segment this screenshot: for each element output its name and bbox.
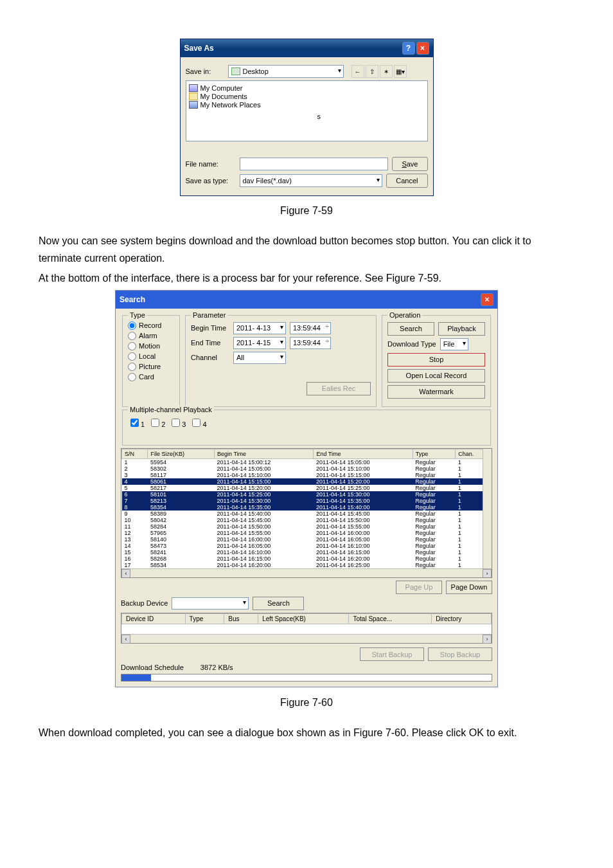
list-item[interactable]: My Network Places bbox=[189, 101, 425, 109]
ch-2[interactable]: 2 bbox=[148, 417, 165, 429]
saveastype-label: Save as type: bbox=[186, 177, 236, 185]
channel-select[interactable]: All bbox=[233, 352, 286, 364]
type-local[interactable]: Local bbox=[128, 352, 174, 361]
type-legend: Type bbox=[128, 311, 147, 319]
type-alarm[interactable]: Alarm bbox=[128, 332, 174, 340]
dltype-select[interactable]: File bbox=[440, 338, 468, 350]
endtime-label: End Time bbox=[191, 339, 229, 347]
records-table-wrap: S/N File Size(KB) Begin Time End Time Ty… bbox=[121, 448, 492, 578]
search-titlebar: Search × bbox=[116, 291, 497, 309]
stop-button[interactable]: Stop bbox=[387, 353, 485, 366]
table-row[interactable]: 10580422011-04-14 15:45:002011-04-14 15:… bbox=[122, 517, 492, 523]
table-row[interactable]: 11582842011-04-14 15:50:002011-04-14 15:… bbox=[122, 523, 492, 530]
savein-value: Desktop bbox=[243, 68, 269, 75]
col-end[interactable]: End Time bbox=[314, 449, 413, 458]
begin-time[interactable]: 13:59:44 bbox=[290, 322, 331, 334]
device-table[interactable]: Device ID Type Bus Left Space(KB) Total … bbox=[121, 613, 492, 635]
devcol-total[interactable]: Total Space... bbox=[349, 613, 432, 624]
backup-search-button[interactable]: Search bbox=[253, 597, 304, 610]
end-time[interactable]: 13:59:44 bbox=[290, 337, 331, 349]
start-backup-button: Start Backup bbox=[360, 647, 424, 661]
vertical-scrollbar[interactable] bbox=[483, 449, 492, 568]
ch-1[interactable]: 1 bbox=[128, 417, 145, 429]
save-button[interactable]: SSaveave bbox=[392, 157, 427, 171]
begintime-label: Begin Time bbox=[191, 324, 229, 332]
view-icon[interactable]: ▦▾ bbox=[394, 65, 407, 78]
newfolder-icon[interactable]: ✶ bbox=[380, 65, 393, 78]
table-row[interactable]: 14584732011-04-14 16:05:002011-04-14 16:… bbox=[122, 543, 492, 549]
cancel-button[interactable]: Cancel bbox=[386, 174, 427, 188]
backup-device-select[interactable] bbox=[172, 597, 249, 610]
table-row[interactable]: 9583892011-04-14 15:40:002011-04-14 15:4… bbox=[122, 511, 492, 517]
type-record[interactable]: Record bbox=[128, 321, 174, 330]
devcol-bus[interactable]: Bus bbox=[224, 613, 258, 624]
desktop-icon bbox=[231, 68, 240, 75]
progress-bar bbox=[121, 674, 492, 682]
ch-4[interactable]: 4 bbox=[190, 417, 206, 429]
watermark-button[interactable]: Watermark bbox=[387, 385, 485, 399]
body-text-2: At the bottom of the interface, there is… bbox=[39, 269, 574, 287]
table-row[interactable]: 3581172011-04-14 15:10:002011-04-14 15:1… bbox=[122, 472, 492, 478]
search-button[interactable]: Search bbox=[387, 322, 434, 336]
ch-3[interactable]: 3 bbox=[169, 417, 186, 429]
operation-legend: Operation bbox=[387, 311, 422, 319]
type-card[interactable]: Card bbox=[128, 373, 174, 381]
begin-date[interactable]: 2011- 4-13 bbox=[233, 322, 286, 334]
saveastype-dropdown[interactable]: dav Files(*.dav) bbox=[240, 174, 383, 187]
scroll-right-icon[interactable]: › bbox=[483, 635, 492, 644]
devcol-left[interactable]: Left Space(KB) bbox=[258, 613, 349, 624]
savein-dropdown[interactable]: Desktop bbox=[228, 65, 344, 78]
table-row[interactable]: 17585342011-04-14 16:20:002011-04-14 16:… bbox=[122, 562, 492, 568]
back-icon[interactable]: ← bbox=[351, 65, 364, 78]
list-item[interactable]: My Documents bbox=[189, 93, 425, 100]
ealies-rec-button: Ealies Rec bbox=[306, 382, 371, 395]
scroll-left-icon[interactable]: ‹ bbox=[121, 635, 130, 644]
devcol-id[interactable]: Device ID bbox=[122, 613, 186, 624]
playback-button[interactable]: Playback bbox=[438, 322, 485, 336]
devcol-dir[interactable]: Directory bbox=[432, 613, 492, 624]
close-icon[interactable]: × bbox=[481, 293, 493, 306]
table-row[interactable]: 5582172011-04-14 15:20:002011-04-14 15:2… bbox=[122, 485, 492, 491]
table-row[interactable]: 1559542011-04-14 15:00:122011-04-14 15:0… bbox=[122, 458, 492, 466]
saveas-titlebar: Save As ? × bbox=[181, 39, 433, 57]
filename-label: File name: bbox=[186, 160, 236, 168]
table-row[interactable]: 13581402011-04-14 16:00:002011-04-14 16:… bbox=[122, 536, 492, 543]
body-text-1: Now you can see system begins download a… bbox=[39, 232, 574, 267]
table-row[interactable]: 7582132011-04-14 15:30:002011-04-14 15:3… bbox=[122, 498, 492, 504]
table-row[interactable]: 4580612011-04-14 15:15:002011-04-14 15:2… bbox=[122, 478, 492, 485]
table-row[interactable]: 12579652011-04-14 15:55:002011-04-14 16:… bbox=[122, 530, 492, 536]
up-icon[interactable]: ⇧ bbox=[366, 65, 378, 78]
savein-label: Save in: bbox=[186, 68, 224, 75]
computer-icon bbox=[189, 84, 198, 92]
help-icon[interactable]: ? bbox=[402, 42, 415, 55]
col-size[interactable]: File Size(KB) bbox=[148, 449, 215, 458]
col-type[interactable]: Type bbox=[413, 449, 456, 458]
table-row[interactable]: 6581012011-04-14 15:25:002011-04-14 15:3… bbox=[122, 491, 492, 498]
table-row[interactable]: 15582412011-04-14 16:10:002011-04-14 16:… bbox=[122, 549, 492, 556]
open-local-record-button[interactable]: Open Local Record bbox=[387, 369, 485, 383]
file-list[interactable]: My Computer My Documents My Network Plac… bbox=[186, 80, 428, 141]
close-icon[interactable]: × bbox=[416, 42, 429, 55]
filename-input[interactable] bbox=[240, 158, 389, 170]
devcol-type[interactable]: Type bbox=[185, 613, 224, 624]
pagedown-button[interactable]: Page Down bbox=[446, 581, 492, 594]
dltype-label: Download Type bbox=[387, 340, 436, 348]
device-hscroll[interactable]: ‹ › bbox=[121, 634, 492, 643]
end-date[interactable]: 2011- 4-15 bbox=[233, 337, 286, 349]
table-row[interactable]: 8583542011-04-14 15:35:002011-04-14 15:4… bbox=[122, 504, 492, 511]
table-row[interactable]: 2583022011-04-14 15:05:002011-04-14 15:1… bbox=[122, 466, 492, 472]
col-sn[interactable]: S/N bbox=[122, 449, 148, 458]
folder-icon bbox=[189, 93, 198, 100]
channel-label: Channel bbox=[191, 354, 229, 361]
type-picture[interactable]: Picture bbox=[128, 363, 174, 371]
search-title: Search bbox=[120, 295, 145, 304]
figure-caption-59: Figure 7-59 bbox=[39, 205, 574, 217]
list-item[interactable]: My Computer bbox=[189, 84, 425, 92]
col-begin[interactable]: Begin Time bbox=[215, 449, 314, 458]
scroll-right-icon[interactable]: › bbox=[483, 569, 492, 578]
horizontal-scrollbar[interactable]: ‹ › bbox=[121, 568, 492, 577]
records-table[interactable]: S/N File Size(KB) Begin Time End Time Ty… bbox=[121, 449, 492, 568]
scroll-left-icon[interactable]: ‹ bbox=[121, 569, 130, 578]
type-motion[interactable]: Motion bbox=[128, 342, 174, 350]
table-row[interactable]: 16582682011-04-14 16:15:002011-04-14 16:… bbox=[122, 556, 492, 562]
